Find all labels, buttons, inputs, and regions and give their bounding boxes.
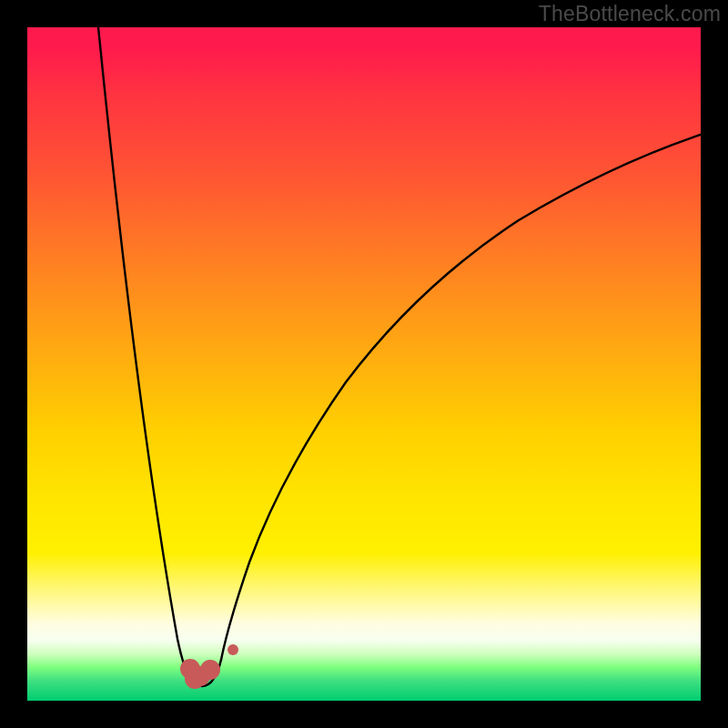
small-dot <box>228 644 238 655</box>
bottleneck-curves <box>27 27 701 701</box>
plot-area <box>27 27 701 701</box>
right-curve <box>221 135 701 660</box>
watermark-text: TheBottleneck.com <box>539 2 721 26</box>
left-curve <box>98 27 221 686</box>
vertex-blob-4 <box>185 669 205 689</box>
